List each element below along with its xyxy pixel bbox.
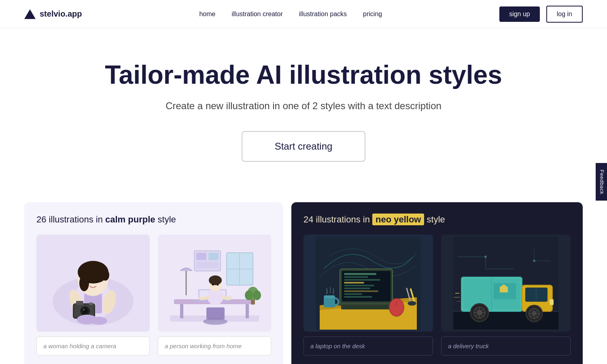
nav-illustration-creator[interactable]: illustration creator [231, 11, 282, 18]
calm-purple-card: 26 illustrations in calm purple style [24, 202, 283, 364]
woman-camera-container: a woman holding a camera [36, 235, 150, 356]
neo-yellow-images: a laptop on the desk [304, 235, 571, 356]
svg-rect-53 [344, 273, 376, 275]
svg-rect-56 [344, 282, 364, 284]
logo-text: stelvio.app [40, 9, 82, 19]
svg-point-43 [217, 284, 219, 286]
svg-rect-63 [341, 305, 391, 309]
calm-purple-count: 26 [36, 214, 46, 224]
logo[interactable]: stelvio.app [24, 9, 82, 19]
svg-rect-60 [344, 293, 362, 295]
svg-point-72 [484, 256, 487, 258]
laptop-desk-svg [316, 237, 421, 330]
svg-rect-61 [344, 296, 372, 298]
svg-rect-57 [344, 285, 374, 286]
neo-yellow-suffix: style [427, 214, 445, 224]
svg-point-5 [79, 275, 89, 291]
svg-rect-54 [344, 276, 368, 278]
laptop-desk-label: a laptop on the desk [304, 336, 433, 356]
svg-point-6 [101, 269, 109, 281]
svg-rect-18 [89, 303, 93, 305]
svg-rect-55 [344, 279, 380, 281]
svg-point-8 [96, 281, 99, 283]
work-home-label: a person working from home [158, 336, 271, 356]
svg-point-73 [533, 260, 535, 262]
svg-rect-85 [550, 299, 554, 305]
nav-home[interactable]: home [199, 11, 215, 18]
calm-purple-style-name: calm purple [105, 214, 155, 224]
calm-purple-suffix: style [158, 214, 176, 224]
woman-camera-label: a woman holding a camera [36, 336, 150, 356]
svg-rect-67 [325, 296, 334, 298]
laptop-desk-image [304, 235, 433, 332]
work-home-image [158, 235, 271, 332]
navigation: stelvio.app home illustration creator il… [0, 0, 607, 28]
neo-yellow-count: 24 [304, 214, 313, 224]
svg-rect-37 [206, 307, 225, 320]
svg-point-41 [209, 275, 222, 285]
work-home-container: a person working from home [158, 235, 271, 356]
svg-point-46 [245, 290, 253, 300]
svg-rect-28 [196, 262, 219, 268]
neo-yellow-card-title: 24 illustrations in neo yellow style [304, 214, 571, 225]
svg-rect-32 [180, 304, 183, 318]
laptop-desk-container: a laptop on the desk [304, 235, 433, 356]
signup-button[interactable]: sign up [499, 6, 540, 22]
woman-camera-svg [40, 237, 146, 330]
delivery-truck-container: a delivery truck [441, 235, 571, 356]
svg-rect-27 [208, 253, 219, 260]
hero-section: Tailor-made AI illustration styles Creat… [0, 28, 607, 186]
delivery-truck-image [441, 235, 571, 332]
svg-point-20 [91, 317, 107, 325]
feedback-tab[interactable]: Feedback [596, 163, 607, 201]
svg-point-38 [203, 318, 227, 325]
hero-subtitle: Create a new illustration in one of 2 st… [24, 100, 583, 112]
svg-point-42 [212, 284, 214, 286]
calm-purple-prefix: illustrations in [49, 214, 105, 224]
gallery-section: 26 illustrations in calm purple style [0, 202, 607, 364]
svg-rect-33 [246, 304, 249, 318]
svg-rect-26 [196, 253, 206, 260]
nav-links: home illustration creator illustration p… [199, 11, 382, 18]
neo-yellow-prefix: illustrations in [316, 214, 372, 224]
svg-rect-59 [344, 290, 378, 292]
svg-point-47 [253, 290, 261, 300]
svg-point-7 [87, 281, 91, 283]
svg-point-70 [408, 301, 416, 305]
hero-title: Tailor-made AI illustration styles [24, 61, 583, 89]
nav-pricing[interactable]: pricing [363, 11, 382, 18]
delivery-truck-label: a delivery truck [441, 336, 571, 356]
calm-purple-images: a woman holding a camera [36, 235, 271, 356]
nav-buttons: sign up log in [499, 6, 583, 23]
logo-triangle-icon [24, 9, 36, 19]
neo-yellow-card: 24 illustrations in neo yellow style [291, 202, 583, 364]
svg-point-64 [389, 298, 404, 316]
neo-yellow-style-name: neo yellow [372, 214, 424, 225]
work-home-svg [162, 237, 267, 330]
svg-rect-17 [76, 301, 83, 305]
start-creating-button[interactable]: Start creating [242, 131, 366, 162]
woman-camera-image [36, 235, 150, 332]
login-button[interactable]: log in [546, 6, 583, 23]
svg-point-16 [83, 309, 85, 311]
delivery-truck-svg [453, 237, 558, 330]
svg-rect-58 [344, 288, 370, 289]
calm-purple-card-title: 26 illustrations in calm purple style [36, 214, 271, 225]
nav-illustration-packs[interactable]: illustration packs [299, 11, 347, 18]
